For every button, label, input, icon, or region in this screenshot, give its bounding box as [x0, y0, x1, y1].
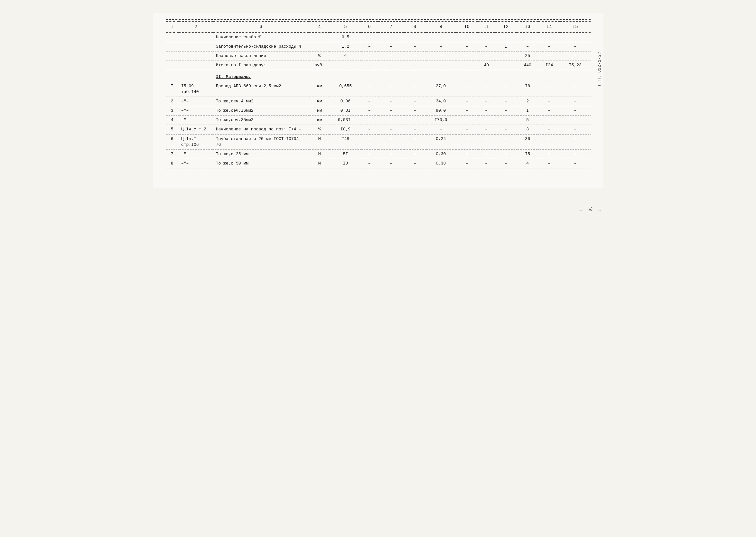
- cell-7-14: –: [560, 106, 590, 116]
- cell-7-9: –: [456, 106, 478, 116]
- table-row: Начисление снаба %0,5––––––––––: [166, 32, 591, 42]
- cell-8-10: –: [478, 116, 495, 125]
- cell-3-8: –: [426, 61, 456, 70]
- cell-5-8: 27,0: [426, 82, 456, 97]
- col-header-6: 6: [361, 21, 378, 32]
- cell-3-14: I5,23: [560, 61, 590, 70]
- cell-8-13: –: [538, 116, 560, 125]
- cell-2-1: [179, 51, 214, 61]
- cell-6-4: 0,06: [330, 97, 360, 106]
- table-row: 7–"–То же,ø 25 ммМ5I–––0,30–––I5––: [166, 150, 591, 159]
- cell-2-12: 25: [517, 51, 538, 61]
- cell-9-7: –: [404, 125, 425, 134]
- cell-7-0: 3: [166, 106, 179, 116]
- cell-1-12: –: [517, 42, 538, 51]
- cell-5-2: Провод АПВ-660 сеч.2,5 мм2: [214, 82, 309, 97]
- cell-10-11: –: [495, 134, 517, 149]
- table-row: Итого по I раз-делу:руб.––––––40440I24I5…: [166, 61, 591, 70]
- col-header-10: IO: [456, 21, 478, 32]
- cell-8-3: км: [309, 116, 330, 125]
- cell-11-9: –: [456, 150, 478, 159]
- cell-5-14: –: [560, 82, 590, 97]
- cell-12-13: –: [538, 159, 560, 168]
- cell-6-14: –: [560, 97, 590, 106]
- cell-5-12: I8: [517, 82, 538, 97]
- cell-12-14: –: [560, 159, 590, 168]
- cell-3-0: [166, 61, 179, 70]
- col-header-7: 7: [378, 21, 404, 32]
- cell-9-12: 3: [517, 125, 538, 134]
- col-header-2: 2: [179, 21, 214, 32]
- cell-7-3: км: [309, 106, 330, 116]
- cell-2-5: –: [361, 51, 378, 61]
- cell-7-4: 0,OI: [330, 106, 360, 116]
- cell-3-1: [179, 61, 214, 70]
- cell-11-13: –: [538, 150, 560, 159]
- table-header-row: I 2 3 4 5 6 7 8 9 IO II I2 I3 I4 I5: [166, 21, 591, 32]
- cell-1-3: [309, 42, 330, 51]
- cell-10-4: I48: [330, 134, 360, 149]
- table-row: Плановые накоп-ления%6–––––––25––: [166, 51, 591, 61]
- cell-11-4: 5I: [330, 150, 360, 159]
- cell-2-11: –: [495, 51, 517, 61]
- cell-0-1: [179, 32, 214, 42]
- cell-3-2: Итого по I раз-делу:: [214, 61, 309, 70]
- cell-0-11: –: [495, 32, 517, 42]
- table-row: 5Ц.Iч.У т.2Начисление на провод по поз: …: [166, 125, 591, 134]
- cell-0-2: Начисление снаба %: [214, 32, 309, 42]
- table-body: Начисление снаба %0,5––––––––––Заготовит…: [166, 32, 591, 168]
- cell-7-13: –: [538, 106, 560, 116]
- cell-3-3: руб.: [309, 61, 330, 70]
- cell-1-9: –: [456, 42, 478, 51]
- col-header-14: I4: [538, 21, 560, 32]
- cell-3-10: 40: [478, 61, 495, 70]
- cell-11-0: 7: [166, 150, 179, 159]
- cell-11-5: –: [361, 150, 378, 159]
- cell-8-4: 0,03I–: [330, 116, 360, 125]
- cell-11-3: М: [309, 150, 330, 159]
- cell-0-3: [309, 32, 330, 42]
- cell-1-4: I,2: [330, 42, 360, 51]
- cell-2-14: –: [560, 51, 590, 61]
- cell-10-8: 0,24: [426, 134, 456, 149]
- table-row: II5-09 таб.I40Провод АПВ-660 сеч.2,5 мм2…: [166, 82, 591, 97]
- col-header-8: 8: [404, 21, 425, 32]
- cell-8-2: То же,сеч.35мм2: [214, 116, 309, 125]
- col-header-4: 4: [309, 21, 330, 32]
- cell-12-8: 0,38: [426, 159, 456, 168]
- cell-3-5: –: [361, 61, 378, 70]
- cell-2-6: –: [378, 51, 404, 61]
- cell-1-7: –: [404, 42, 425, 51]
- cell-10-7: –: [404, 134, 425, 149]
- cell-10-1: Ц.Iч.I стр.I06: [179, 134, 214, 149]
- cell-1-2: Заготовительно-складские расходы %: [214, 42, 309, 51]
- cell-11-8: 0,30: [426, 150, 456, 159]
- cell-8-14: –: [560, 116, 590, 125]
- col-header-15: I5: [560, 21, 590, 32]
- cell-2-9: –: [456, 51, 478, 61]
- cell-6-10: –: [478, 97, 495, 106]
- cell-6-8: 34,0: [426, 97, 456, 106]
- cell-0-9: –: [456, 32, 478, 42]
- cell-8-7: –: [404, 116, 425, 125]
- cell-3-7: –: [404, 61, 425, 70]
- cell-2-3: %: [309, 51, 330, 61]
- cell-3-11: [495, 61, 517, 70]
- cell-5-5: –: [361, 82, 378, 97]
- cell-9-14: –: [560, 125, 590, 134]
- main-table: I 2 3 4 5 6 7 8 9 IO II I2 I3 I4 I5 Начи…: [166, 21, 591, 168]
- cell-12-9: –: [456, 159, 478, 168]
- cell-12-2: То же,ø 50 мм: [214, 159, 309, 168]
- cell-2-10: –: [478, 51, 495, 61]
- cell-11-6: –: [378, 150, 404, 159]
- cell-9-0: 5: [166, 125, 179, 134]
- cell-12-11: –: [495, 159, 517, 168]
- cell-6-3: км: [309, 97, 330, 106]
- cell-1-10: –: [478, 42, 495, 51]
- col-header-1: I: [166, 21, 179, 32]
- cell-0-12: –: [517, 32, 538, 42]
- table-row: 8–"–То же,ø 50 ммМIO–––0,38–––4––: [166, 159, 591, 168]
- cell-6-6: –: [378, 97, 404, 106]
- cell-10-9: –: [456, 134, 478, 149]
- cell-5-7: –: [404, 82, 425, 97]
